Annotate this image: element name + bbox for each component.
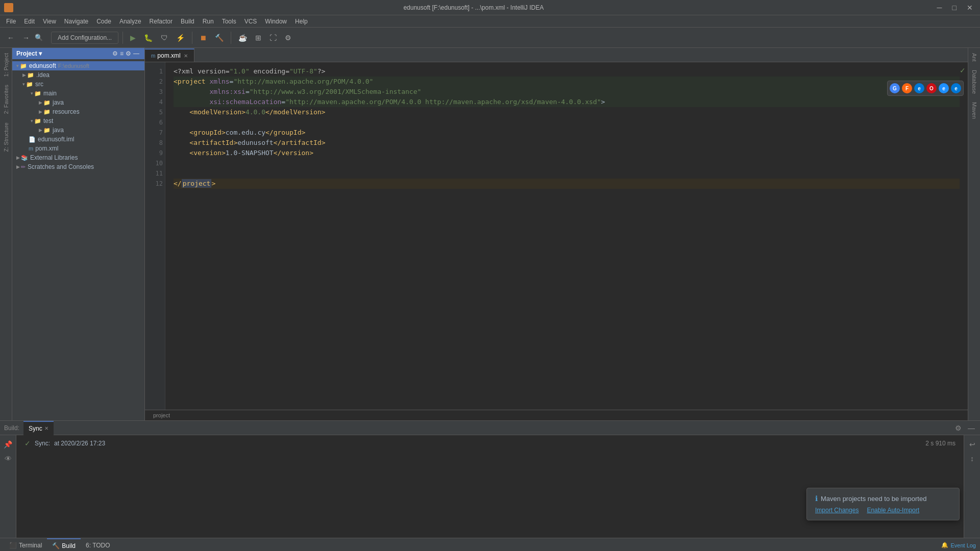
tree-pom-file[interactable]: m pom.xml [12,144,144,153]
menu-navigate[interactable]: Navigate [60,17,92,26]
import-changes-link[interactable]: Import Changes [815,507,859,514]
back-button[interactable]: ← [4,32,17,44]
layout-button[interactable]: ⊞ [252,32,264,44]
tab-label: pom.xml [157,52,180,59]
wrap-icon[interactable]: ↩ [968,439,976,449]
tree-test-label: test [43,117,53,124]
editor-tab-pom[interactable]: m pom.xml ✕ [145,48,194,62]
close-button[interactable]: ✕ [964,3,976,13]
edge2-icon[interactable]: e [951,83,961,93]
tab-icon: m [151,53,155,59]
bottom-tab-sync[interactable]: Sync ✕ [23,421,54,435]
eye-icon[interactable]: 👁 [4,454,13,464]
sidebar-ant[interactable]: Ant [970,50,978,65]
minimize-panel-icon[interactable]: — [967,423,976,433]
edge-icon[interactable]: e [914,83,924,93]
coverage-button[interactable]: 🛡 [158,32,171,44]
opera-icon[interactable]: O [926,83,937,93]
run-button[interactable]: ▶ [127,32,139,44]
todo-tab[interactable]: 6: TODO [81,538,115,552]
menu-tools[interactable]: Tools [218,17,240,26]
menu-window[interactable]: Window [261,17,291,26]
menu-view[interactable]: View [39,17,60,26]
tree-iml-file[interactable]: 📄 edunusoft.iml [12,135,144,144]
sidebar-item-project[interactable]: 1: Project [2,50,10,80]
build-tab[interactable]: 🔨 Build [47,538,81,552]
menu-run[interactable]: Run [199,17,218,26]
menu-help[interactable]: Help [291,17,312,26]
add-configuration-button[interactable]: Add Configuration... [51,32,118,44]
tree-root-label: edunusoft [29,62,56,69]
build-tab-icon: 🔨 [52,542,60,549]
terminal-tab[interactable]: ⬛ Terminal [4,538,47,552]
menu-build[interactable]: Build [177,17,199,26]
tab-close-button[interactable]: ✕ [184,53,188,59]
tree-pom-label: pom.xml [35,145,58,152]
filter-icon[interactable]: ⚙ [954,423,963,433]
sdk-button[interactable]: ☕ [235,32,250,44]
folder-icon: 📁 [34,90,41,97]
code-line-3: xmlns:xsi="http://www.w3.org/2001/XMLSch… [174,87,960,97]
editor-tabs: m pom.xml ✕ [145,48,968,62]
ie-icon[interactable]: e [939,83,949,93]
project-settings-button[interactable]: ⚙ [125,50,132,57]
line-numbers: 1 2 3 4 5 6 7 8 9 10 11 12 [145,62,165,410]
tree-test-folder[interactable]: ▾ 📁 test [12,116,144,126]
project-sync-button[interactable]: ⚙ [111,50,119,57]
menu-refactor[interactable]: Refactor [145,17,177,26]
iml-file-icon: 📄 [29,136,36,143]
project-minimize-button[interactable]: — [132,50,140,57]
debug-button[interactable]: 🐛 [141,32,156,44]
settings-button[interactable]: ⚙ [282,32,295,44]
tree-test-java-label: java [53,127,64,134]
menu-analyze[interactable]: Analyze [115,17,145,26]
sync-success-icon: ✓ [24,439,31,447]
line-num-12: 12 [147,179,163,189]
profile-button[interactable]: ⚡ [173,32,188,44]
tree-main-java-folder[interactable]: ▶ 📁 java [12,98,144,107]
menu-code[interactable]: Code [92,17,115,26]
enable-auto-import-link[interactable]: Enable Auto-Import [867,507,919,514]
code-line-5: <modelVersion>4.0.0</modelVersion> [174,107,960,117]
project-filter-button[interactable]: ≡ [119,50,125,57]
tree-root-edunusoft[interactable]: ▾ 📁 edunusoft F:\edunusoft [12,61,144,70]
expand-arrow: ▶ [39,128,42,133]
title-bar: edunusoft [F:\edunusoft] - ...\pom.xml -… [0,0,980,15]
firefox-icon[interactable]: F [902,83,912,93]
tree-resources-folder[interactable]: ▶ 📁 resources [12,107,144,116]
menu-file[interactable]: File [2,17,20,26]
event-log-link[interactable]: 🔔 [941,542,948,548]
fullscreen-button[interactable]: ⛶ [266,32,280,44]
tree-main-folder[interactable]: ▾ 📁 main [12,89,144,98]
line-num-6: 6 [147,117,163,128]
tree-src-folder[interactable]: ▾ 📁 src [12,80,144,89]
event-log-text[interactable]: Event Log [950,542,976,548]
maximize-button[interactable]: □ [949,3,960,13]
sidebar-database[interactable]: Database [970,67,978,97]
menu-vcs[interactable]: VCS [240,17,261,26]
bottom-content: ✓ Sync: at 2020/2/26 17:23 2 s 910 ms [16,435,964,538]
tree-test-java-folder[interactable]: ▶ 📁 java [12,126,144,135]
minimize-button[interactable]: ─ [934,3,945,13]
library-icon: 📚 [21,155,28,161]
build-project-button[interactable]: 🔨 [212,32,227,44]
sync-tab-close[interactable]: ✕ [44,425,48,431]
sidebar-item-favorites[interactable]: 2: Favorites [2,82,10,117]
left-sidebar: 1: Project 2: Favorites Z: Structure [0,48,12,420]
menu-bar: File Edit View Navigate Code Analyze Ref… [0,15,980,28]
sidebar-item-structure[interactable]: Z: Structure [2,119,10,155]
code-content[interactable]: <?xml version="1.0" encoding="UTF-8"?> <… [165,62,968,410]
pin-icon[interactable]: 📌 [3,439,13,449]
sidebar-maven[interactable]: Maven [970,99,978,122]
forward-button[interactable]: → [19,32,33,44]
chrome-icon[interactable]: G [890,83,900,93]
menu-edit[interactable]: Edit [20,17,39,26]
tree-external-libraries[interactable]: ▶ 📚 External Libraries [12,153,144,162]
stop-button[interactable]: ⏹ [197,32,210,44]
bottom-tabs: Build: Sync ✕ ⚙ — [0,421,980,435]
tree-idea-folder[interactable]: ▶ 📁 .idea [12,70,144,80]
code-line-4: xsi:schemaLocation="http://maven.apache.… [174,97,960,107]
project-panel: Project ▾ ⚙ ≡ ⚙ — ▾ 📁 edunusoft F:\edunu… [12,48,145,420]
scroll-icon[interactable]: ↕ [969,454,975,464]
tree-scratches-consoles[interactable]: ▶ ✏ Scratches and Consoles [12,162,144,171]
